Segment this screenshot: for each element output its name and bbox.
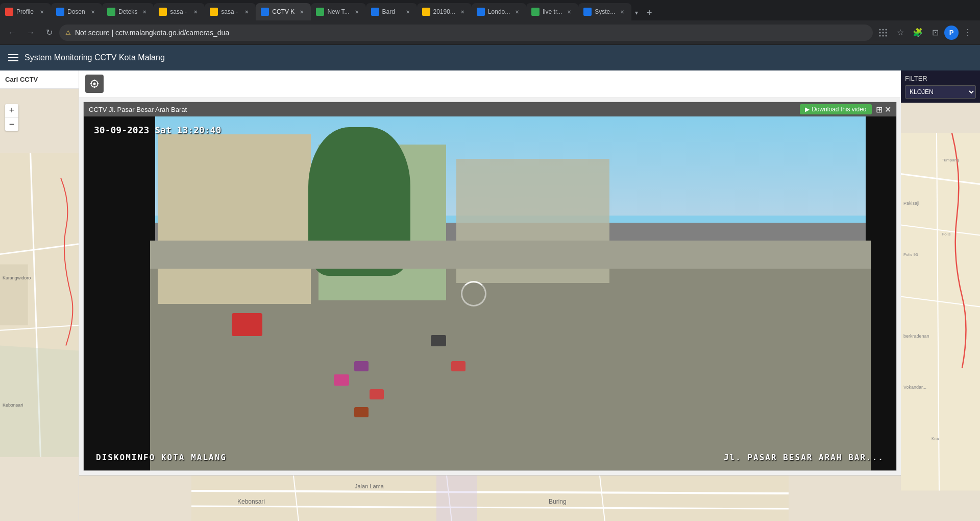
- left-black-bar: [84, 116, 155, 470]
- svg-point-0: [879, 29, 881, 30]
- tab-bard[interactable]: Bard ✕: [366, 3, 417, 20]
- video-panel: CCTV Jl. Pasar Besar Arah Barat ▶ Downlo…: [79, 98, 901, 475]
- video-close-button[interactable]: ⊞ ✕: [876, 105, 891, 114]
- browser-frame: Profile ✕ Dosen ✕ Deteks ✕ sasa - ✕ sasa…: [0, 0, 980, 521]
- tab-favicon-live-tr: [531, 8, 540, 16]
- tab-favicon-bard: [371, 8, 379, 16]
- svg-marker-29: [436, 476, 477, 521]
- svg-text:Kebonsari: Kebonsari: [3, 402, 23, 408]
- search-cctv-box: Cari CCTV: [0, 70, 79, 89]
- cctv-watermark-right: Jl. PASAR BESAR ARAH BAR...: [724, 453, 884, 462]
- tab-title-sasa1: sasa -: [170, 8, 188, 15]
- extensions-button[interactable]: 🧩: [910, 25, 926, 41]
- tab-close-2019[interactable]: ✕: [458, 8, 467, 16]
- tab-deteks[interactable]: Deteks ✕: [102, 3, 154, 20]
- video-header-right: ▶ Download this video ⊞ ✕: [800, 104, 891, 114]
- tab-new[interactable]: New T... ✕: [311, 3, 365, 20]
- tab-profile[interactable]: Profile ✕: [0, 3, 51, 20]
- svg-text:Vokandar...: Vokandar...: [903, 385, 926, 390]
- red-vehicle: [232, 313, 262, 336]
- map-right-svg: Pakisaji Tumpang Polis 93 Polis berkrade…: [901, 103, 980, 521]
- right-sidebar: FILTER KLOJEN BLIMBING KEDUNGKANDANG LOW…: [901, 70, 980, 521]
- map-svg: Karangwidoro Kebonsari: [0, 89, 79, 521]
- svg-point-5: [886, 32, 887, 33]
- cctv-scene: 30-09-2023 Sat 13:20:40 DISKOMINFO KOTA …: [84, 116, 896, 470]
- tab-close-sasa1[interactable]: ✕: [191, 8, 200, 16]
- camera-controls: [79, 70, 901, 98]
- left-sidebar: Cari CCTV: [0, 70, 79, 521]
- download-button[interactable]: ▶ Download this video: [800, 104, 871, 114]
- center-content: CCTV Jl. Pasar Besar Arah Barat ▶ Downlo…: [79, 70, 901, 521]
- tab-2019[interactable]: 20190... ✕: [417, 3, 472, 20]
- tab-favicon-system: [583, 8, 592, 16]
- tab-cctv[interactable]: CCTV K ✕: [256, 3, 311, 20]
- tab-favicon-cctv: [261, 8, 269, 16]
- svg-text:Tumpang: Tumpang: [942, 158, 959, 162]
- tab-favicon-sasa2: [210, 8, 218, 16]
- toolbar: ← → ↻ ⚠ Not secure | cctv.malangkota.go.…: [0, 20, 980, 45]
- motorcycle-purple: [354, 361, 369, 371]
- tab-title-live-tr: live tr...: [543, 8, 562, 15]
- bookmark-button[interactable]: ☆: [892, 25, 909, 41]
- tab-live-tr[interactable]: live tr... ✕: [526, 3, 578, 20]
- app-header: System Monitoring CCTV Kota Malang: [0, 45, 980, 70]
- tab-close-dosen[interactable]: ✕: [89, 8, 97, 16]
- svg-point-1: [883, 29, 884, 30]
- svg-point-6: [879, 35, 881, 36]
- bottom-map-svg: Kebonsari Jalan Lama Buring: [79, 476, 901, 521]
- back-button[interactable]: ←: [4, 25, 20, 41]
- reload-button[interactable]: ↻: [41, 25, 57, 41]
- zoom-controls: + −: [5, 104, 18, 131]
- hamburger-menu[interactable]: [8, 54, 18, 61]
- tab-close-new[interactable]: ✕: [353, 8, 361, 16]
- svg-text:berkradenan: berkradenan: [903, 334, 929, 339]
- download-icon: ▶: [805, 106, 810, 113]
- video-container: CCTV Jl. Pasar Besar Arah Barat ▶ Downlo…: [83, 102, 897, 471]
- tab-title-cctv: CCTV K: [272, 8, 295, 15]
- motorcycle-brown: [354, 407, 369, 417]
- tab-favicon-new: [316, 8, 324, 16]
- tab-sasa2[interactable]: sasa - ✕: [205, 3, 256, 20]
- tab-close-profile[interactable]: ✕: [38, 8, 46, 16]
- filter-select[interactable]: KLOJEN BLIMBING KEDUNGKANDANG LOWOKWARU …: [905, 85, 976, 99]
- tab-bar: Profile ✕ Dosen ✕ Deteks ✕ sasa - ✕ sasa…: [0, 0, 980, 20]
- tab-favicon-2019: [422, 8, 430, 16]
- tab-close-live-tr[interactable]: ✕: [565, 8, 573, 16]
- hamburger-line-1: [8, 54, 18, 55]
- tab-london[interactable]: Londo... ✕: [472, 3, 526, 20]
- forward-button[interactable]: →: [22, 25, 39, 41]
- tab-close-bard[interactable]: ✕: [404, 8, 412, 16]
- hamburger-line-3: [8, 60, 18, 61]
- zoom-in-button[interactable]: +: [5, 104, 18, 117]
- motorcycle-red: [370, 389, 384, 399]
- cctv-timestamp: 30-09-2023 Sat 13:20:40: [94, 125, 221, 135]
- tab-favicon-deteks: [107, 8, 115, 16]
- tab-dosen[interactable]: Dosen ✕: [51, 3, 102, 20]
- tab-close-london[interactable]: ✕: [513, 8, 521, 16]
- tab-sasa1[interactable]: sasa - ✕: [154, 3, 205, 20]
- split-button[interactable]: ⊡: [927, 25, 943, 41]
- menu-button[interactable]: ⋮: [960, 25, 976, 41]
- tab-close-sasa2[interactable]: ✕: [242, 8, 251, 16]
- motorcycle-dark1: [431, 335, 446, 346]
- profile-button[interactable]: P: [944, 26, 959, 40]
- svg-text:Kna: Kna: [932, 436, 939, 441]
- download-label: Download this video: [812, 106, 866, 113]
- zoom-out-button[interactable]: −: [5, 117, 18, 131]
- tab-extend-button[interactable]: ▾: [631, 5, 642, 20]
- google-apps-button[interactable]: [875, 25, 891, 41]
- tab-close-deteks[interactable]: ✕: [140, 8, 149, 16]
- tab-system[interactable]: Syste... ✕: [578, 3, 631, 20]
- tab-close-cctv[interactable]: ✕: [298, 8, 306, 16]
- tab-title-dosen: Dosen: [67, 8, 86, 15]
- main-layout: Cari CCTV: [0, 70, 980, 521]
- new-tab-button[interactable]: +: [642, 5, 657, 20]
- svg-text:Kebonsari: Kebonsari: [237, 498, 265, 505]
- search-cctv-label: Cari CCTV: [5, 76, 74, 83]
- app-content: System Monitoring CCTV Kota Malang Cari …: [0, 45, 980, 521]
- address-bar[interactable]: ⚠ Not secure | cctv.malangkota.go.id/cam…: [59, 25, 873, 41]
- tab-close-system[interactable]: ✕: [618, 8, 626, 16]
- camera-icon-button[interactable]: [85, 75, 104, 93]
- svg-text:Polis 93: Polis 93: [903, 252, 918, 257]
- tab-favicon-profile: [5, 8, 13, 16]
